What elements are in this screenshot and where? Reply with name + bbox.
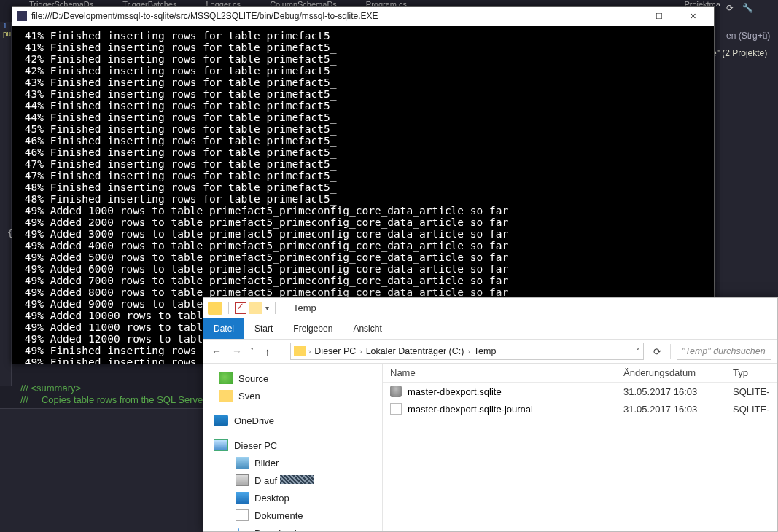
console-titlebar[interactable]: file:///D:/Development/mssql-to-sqlite/s… <box>12 7 714 26</box>
vs-tab[interactable]: TriggerSchemaDs <box>29 0 93 6</box>
redacted-text <box>280 475 314 484</box>
file-row[interactable]: master-dbexport.sqlite31.05.2017 16:03SQ… <box>383 383 777 400</box>
explorer-navbar: ← → ˅ ↑ › Dieser PC › Lokaler Datenträge… <box>203 339 777 364</box>
file-name: master-dbexport.sqlite-journal <box>408 404 533 415</box>
onedrive-icon <box>214 415 228 426</box>
gutter-text: pu <box>0 30 11 38</box>
file-icon <box>390 386 402 397</box>
tree-item[interactable]: OneDrive <box>234 415 274 426</box>
chevron-right-icon[interactable]: › <box>359 348 362 356</box>
wrench-icon[interactable]: 🔧 <box>742 3 753 13</box>
file-type: SQLITE- <box>733 386 777 397</box>
file-date: 31.05.2017 16:03 <box>623 386 733 397</box>
maximize-button[interactable]: ☐ <box>642 7 676 25</box>
vs-right-projects: e" (2 Projekte) <box>712 48 767 58</box>
folder-icon <box>294 346 306 356</box>
vs-document-tabs: TriggerSchemaDs TriggerBatches Logger.cs… <box>0 0 778 6</box>
tree-item[interactable]: Desktop <box>254 493 289 504</box>
refresh-icon[interactable]: ⟳ <box>726 3 734 13</box>
folder-icon <box>219 390 233 402</box>
tree-item[interactable]: Dokumente <box>254 510 303 521</box>
back-button[interactable]: ← <box>209 345 224 357</box>
file-name: master-dbexport.sqlite <box>408 386 502 397</box>
file-icon <box>390 403 402 415</box>
desktop-icon <box>236 492 249 504</box>
documents-icon <box>236 509 249 521</box>
ribbon-tab-start[interactable]: Start <box>244 318 283 339</box>
explorer-ribbon: Datei Start Freigeben Ansicht <box>203 318 777 339</box>
explorer-window: ▾ Temp Datei Start Freigeben Ansicht ← →… <box>203 297 778 532</box>
vs-tab[interactable]: ColumnSchemaDs <box>270 0 337 6</box>
tree-item[interactable]: Downloads <box>254 528 301 532</box>
downloads-icon: ↓ <box>236 527 249 531</box>
search-input[interactable]: "Temp" durchsuchen <box>677 343 771 360</box>
separator <box>670 344 671 359</box>
pictures-icon <box>236 457 249 469</box>
chevron-down-icon[interactable]: ▾ <box>265 304 269 312</box>
app-icon <box>17 11 27 21</box>
chevron-down-icon[interactable]: ˅ <box>636 347 640 356</box>
ribbon-tab-share[interactable]: Freigeben <box>283 318 343 339</box>
address-bar[interactable]: › Dieser PC › Lokaler Datenträger (C:) ›… <box>290 343 644 360</box>
tree-item[interactable]: Source <box>238 373 268 384</box>
explorer-tree[interactable]: Source Sven OneDrive Dieser PC Bilder D … <box>203 364 383 531</box>
close-button[interactable]: ✕ <box>676 7 709 25</box>
vs-tab[interactable]: Program.cs <box>366 0 407 6</box>
line-number: 1 <box>0 22 11 30</box>
code-comment: /// <summary> /// Copies table rows from… <box>20 383 206 406</box>
file-row[interactable]: master-dbexport.sqlite-journal31.05.2017… <box>383 400 777 418</box>
separator <box>228 302 229 314</box>
refresh-button[interactable]: ⟳ <box>650 346 664 357</box>
console-title-text: file:///D:/Development/mssql-to-sqlite/s… <box>31 11 378 21</box>
new-folder-icon[interactable] <box>249 302 262 314</box>
tree-item[interactable]: Dieser PC <box>234 440 277 451</box>
breadcrumb[interactable]: Temp <box>472 346 499 356</box>
forward-button[interactable]: → <box>230 345 244 357</box>
column-headers: Name Änderungsdatum Typ <box>383 364 777 383</box>
folder-icon <box>219 372 233 384</box>
vs-tab[interactable]: TriggerBatches <box>122 0 176 6</box>
vs-right-text: en (Strg+ü) <box>726 31 770 41</box>
column-name[interactable]: Name <box>390 367 623 378</box>
tree-item[interactable]: Bilder <box>254 458 279 469</box>
file-date: 31.05.2017 16:03 <box>623 404 733 415</box>
folder-icon[interactable] <box>208 302 222 315</box>
tree-item[interactable]: D auf <box>254 475 314 486</box>
column-type[interactable]: Typ <box>733 367 777 378</box>
drive-icon <box>236 474 249 486</box>
breadcrumb[interactable]: Lokaler Datenträger (C:) <box>364 346 467 356</box>
column-date[interactable]: Änderungsdatum <box>623 367 733 378</box>
properties-icon[interactable] <box>235 302 246 314</box>
vs-tab[interactable]: Logger.cs <box>206 0 241 6</box>
recent-locations-button[interactable]: ˅ <box>250 347 259 356</box>
breadcrumb[interactable]: Dieser PC <box>312 346 358 356</box>
separator <box>284 344 284 359</box>
tree-item[interactable]: Sven <box>238 391 260 402</box>
explorer-quick-access-toolbar: ▾ Temp <box>203 298 777 318</box>
ribbon-tab-file[interactable]: Datei <box>203 318 244 339</box>
chevron-right-icon[interactable]: › <box>467 348 470 356</box>
ribbon-tab-view[interactable]: Ansicht <box>343 318 392 339</box>
file-type: SQLITE- <box>733 404 777 415</box>
minimize-button[interactable]: — <box>609 7 642 25</box>
chevron-right-icon[interactable]: › <box>308 348 311 356</box>
explorer-file-list[interactable]: Name Änderungsdatum Typ master-dbexport.… <box>383 364 777 531</box>
this-pc-icon <box>214 439 228 451</box>
separator <box>275 302 276 314</box>
location-title: Temp <box>293 302 316 313</box>
up-button[interactable]: ↑ <box>265 345 278 358</box>
